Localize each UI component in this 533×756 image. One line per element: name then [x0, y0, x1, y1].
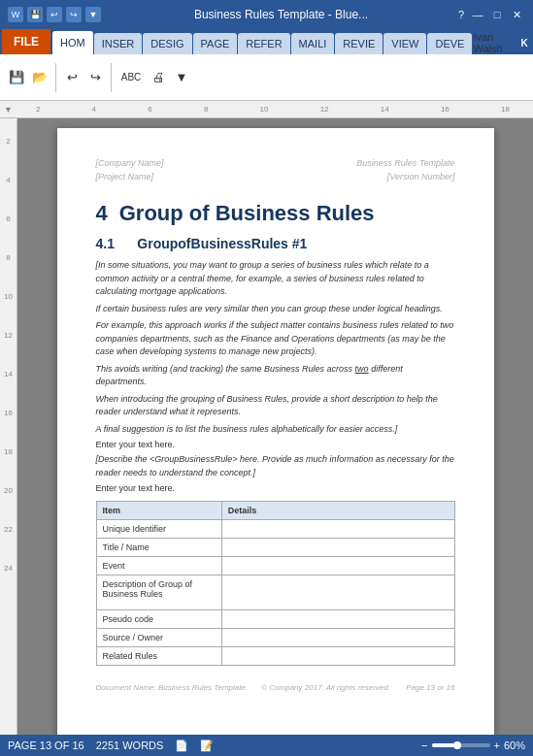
divider-2: [111, 63, 112, 92]
help-icon[interactable]: ?: [453, 7, 469, 22]
maximize-button[interactable]: □: [488, 7, 506, 22]
template-name: Business Rules Template: [356, 157, 454, 171]
footer-left: Document Name: Business Rules Template: [96, 683, 246, 692]
spellcheck-button[interactable]: ABC: [117, 67, 146, 88]
user-name: Ivan Walsh: [473, 31, 512, 54]
tab-view[interactable]: VIEW: [383, 33, 426, 54]
italic-note: [Describe the <GroupBusinessRule> here. …: [96, 453, 455, 479]
tab-references[interactable]: REFER: [238, 33, 289, 54]
horizontal-ruler: ▼ 2 4 6 8 10 12 14 16 18: [0, 101, 533, 118]
tab-page[interactable]: PAGE: [193, 33, 238, 54]
ruler-marks: 2 4 6 8 10 12 14 16 18: [17, 105, 529, 114]
cell-description-value[interactable]: [221, 575, 454, 610]
zoom-slider[interactable]: [432, 743, 490, 747]
paragraph-3: For example, this approach works if the …: [96, 319, 455, 359]
file-tab[interactable]: FILE: [2, 29, 50, 54]
table-row: Description of Group of Business Rules: [96, 575, 454, 610]
cell-source-owner-value[interactable]: [221, 629, 454, 647]
user-area: Ivan Walsh K: [473, 31, 533, 54]
table-row: Event: [96, 557, 454, 575]
zoom-out-button[interactable]: −: [421, 740, 427, 751]
chapter-title-text: Group of Business Rules: [119, 201, 375, 226]
tab-home[interactable]: HOM: [52, 31, 93, 54]
tab-developer[interactable]: DEVE: [427, 33, 472, 54]
chapter-title: 4 Group of Business Rules: [96, 201, 455, 226]
title-bar: W 💾 ↩ ↪ ▼ Business Rules Template - Blue…: [0, 0, 533, 29]
tab-mailings[interactable]: MAILI: [291, 33, 335, 54]
doc-icon: 📄: [175, 740, 188, 752]
tab-review[interactable]: REVIE: [335, 33, 383, 54]
cell-pseudo-code-value[interactable]: [221, 610, 454, 629]
table-row: Unique Identifier: [96, 520, 454, 539]
document-page: [Company Name] [Project Name] Business R…: [57, 128, 494, 735]
table-header-details: Details: [221, 502, 454, 520]
table-row: Related Rules: [96, 647, 454, 666]
chapter-number: 4: [96, 201, 108, 226]
header-left: [Company Name] [Project Name]: [96, 157, 164, 183]
edit-icon: 📝: [200, 740, 214, 752]
version-number: [Version Number]: [356, 171, 454, 184]
table-row: Title / Name: [96, 539, 454, 557]
table-row: Source / Owner: [96, 629, 454, 647]
cell-unique-identifier-label: Unique Identifier: [96, 520, 221, 539]
page-header: [Company Name] [Project Name] Business R…: [96, 157, 455, 183]
ribbon-tabs: FILE HOM INSER DESIG PAGE REFER MAILI RE…: [0, 29, 533, 54]
status-bar: PAGE 13 OF 16 2251 WORDS 📄 📝 − + 60%: [0, 735, 533, 756]
title-bar-icons: W 💾 ↩ ↪ ▼: [8, 7, 101, 22]
footer-center: © Company 2017. All rights reserved.: [261, 683, 390, 692]
zoom-in-button[interactable]: +: [494, 740, 500, 751]
avatar: K: [516, 31, 533, 54]
vertical-ruler: 2 4 6 8 10 12 14 16 18 20 22 24: [0, 118, 17, 735]
company-name: [Company Name]: [96, 157, 164, 171]
page-footer: Document Name: Business Rules Template ©…: [96, 683, 455, 692]
paragraph-4: This avoids writing (and tracking) the s…: [96, 363, 455, 389]
paragraph-2: If certain business rules are very simil…: [96, 303, 455, 316]
table-header-item: Item: [96, 502, 221, 520]
minimize-button[interactable]: —: [469, 7, 486, 22]
cell-unique-identifier-value[interactable]: [221, 520, 454, 539]
cell-pseudo-code-label: Pseudo code: [96, 610, 221, 629]
open-button[interactable]: 📂: [29, 67, 50, 88]
cell-related-rules-label: Related Rules: [96, 647, 221, 666]
page-info: PAGE 13 OF 16: [8, 740, 84, 751]
dropdown-button[interactable]: ▼: [171, 67, 192, 88]
zoom-slider-fill: [432, 743, 455, 747]
print-button[interactable]: 🖨: [148, 67, 169, 88]
cell-event-label: Event: [96, 557, 221, 575]
cell-title-name-label: Title / Name: [96, 539, 221, 557]
paragraph-5: When introducing the grouping of Busines…: [96, 393, 455, 419]
cell-related-rules-value[interactable]: [221, 647, 454, 666]
paragraph-6: A final suggestion is to list the busine…: [96, 423, 455, 437]
cell-title-name-value[interactable]: [221, 539, 454, 557]
save-icon-small[interactable]: 💾: [27, 7, 43, 22]
customize-icon[interactable]: ▼: [85, 7, 101, 22]
toolbar: 💾 📂 ↩ ↪ ABC 🖨 ▼: [0, 54, 533, 101]
business-rules-table: Item Details Unique Identifier Title / N…: [96, 501, 455, 666]
table-row: Pseudo code: [96, 610, 454, 629]
cell-description-label: Description of Group of Business Rules: [96, 575, 221, 610]
enter-text-2[interactable]: Enter your text here.: [96, 483, 455, 493]
word-count: 2251 WORDS: [96, 740, 164, 751]
divider-1: [55, 63, 56, 92]
tab-design[interactable]: DESIG: [143, 33, 191, 54]
window-controls: — □ ✕: [469, 7, 525, 22]
zoom-thumb: [453, 741, 461, 749]
undo-button[interactable]: ↩: [61, 67, 83, 88]
word-icon: W: [8, 7, 23, 22]
redo-button[interactable]: ↪: [84, 67, 106, 88]
cell-event-value[interactable]: [221, 557, 454, 575]
project-name: [Project Name]: [96, 171, 164, 184]
undo-icon-small[interactable]: ↩: [47, 7, 62, 22]
tab-insert[interactable]: INSER: [94, 33, 143, 54]
window-title: Business Rules Template - Blue...: [109, 8, 453, 21]
footer-right: Page 13 or 16: [406, 683, 454, 692]
section-title-text: GroupofBusinessRules #1: [137, 236, 307, 251]
paragraph-1: [In some situations, you may want to gro…: [96, 259, 455, 299]
close-button[interactable]: ✕: [508, 7, 525, 22]
section-title: 4.1 GroupofBusinessRules #1: [96, 236, 455, 251]
redo-icon-small[interactable]: ↪: [66, 7, 82, 22]
zoom-area: − + 60%: [421, 740, 525, 751]
cell-source-owner-label: Source / Owner: [96, 629, 221, 647]
save-button[interactable]: 💾: [6, 67, 27, 88]
enter-text-1[interactable]: Enter your text here.: [96, 440, 455, 449]
